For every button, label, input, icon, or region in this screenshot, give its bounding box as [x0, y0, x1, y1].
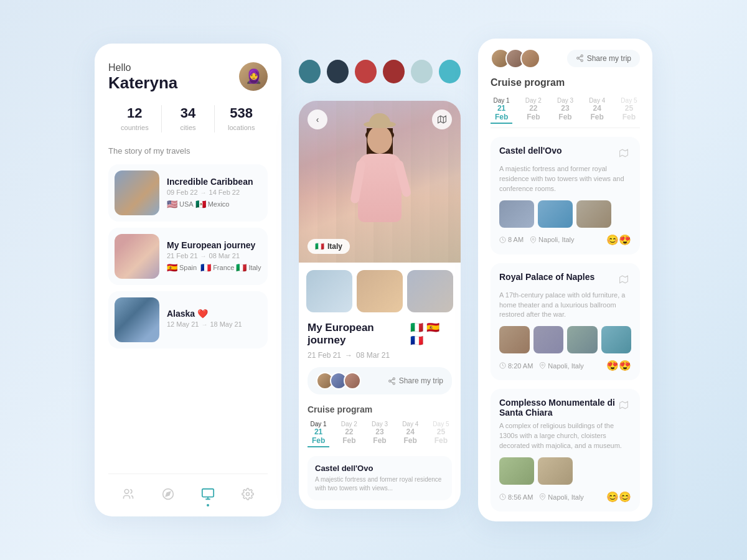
- avatars-stack-mid: [316, 372, 361, 390]
- share-button-mid[interactable]: Share my trip: [388, 376, 443, 385]
- share-button-right[interactable]: Share my trip: [567, 50, 640, 67]
- place-thumb-royal-3: [567, 326, 598, 353]
- greeting-name: Kateryna: [108, 73, 177, 93]
- trip-info-alaska: Alaska ❤️ 12 May 21 → 18 May 21: [167, 309, 261, 331]
- swatch-red-brick[interactable]: [355, 60, 377, 83]
- avatar[interactable]: 🧕: [239, 62, 268, 91]
- day-tab-right-1[interactable]: Day 1 21 Feb: [491, 97, 512, 124]
- svg-point-8: [393, 378, 395, 380]
- cruise-section-mid: Cruise program Day 1 21 Feb Day 2 22 Feb…: [299, 404, 461, 509]
- place-card-castel[interactable]: Castel dell'Ovo A majestic fortress and …: [491, 137, 640, 254]
- svg-point-15: [581, 60, 583, 62]
- trip-flags-european: 🇪🇸 Spain 🇫🇷 France 🇮🇹 Italy: [167, 263, 261, 273]
- nav-people[interactable]: [118, 484, 138, 504]
- location-complesso: Napoli, Italy: [539, 493, 583, 501]
- place-meta-complesso: 8:56 AM Napoli, Italy: [499, 493, 584, 501]
- trip-name-european: My European journey: [167, 240, 261, 250]
- trip-info-caribbean: Incredible Caribbean 09 Feb 22 → 14 Feb …: [167, 177, 261, 209]
- mini-thumb-2[interactable]: [357, 270, 403, 312]
- svg-point-4: [247, 493, 250, 496]
- place-card-footer-castel: 8 AM Napoli, Italy 😊😍: [499, 234, 631, 246]
- svg-point-9: [388, 380, 390, 381]
- mid-trip-card: ‹ 🇮🇹 Italy My European journey 🇮🇹 🇪🇸 🇫🇷 …: [299, 101, 461, 509]
- swatch-cyan[interactable]: [439, 60, 461, 83]
- nav-compass[interactable]: [158, 484, 178, 504]
- day-tab-right-5[interactable]: Day 5 25 Feb: [618, 97, 640, 124]
- swatch-light-teal[interactable]: [411, 60, 433, 83]
- day-tab-5-mid[interactable]: Day 5 25 Feb: [430, 421, 452, 447]
- stat-countries: 12 countries: [108, 105, 162, 133]
- svg-point-26: [542, 495, 543, 497]
- trip-dates-caribbean: 09 Feb 22 → 14 Feb 22: [167, 189, 261, 196]
- svg-marker-21: [620, 276, 628, 283]
- place-thumbs-royal: [499, 326, 631, 353]
- color-swatches: [299, 51, 461, 92]
- time-castel: 8 AM: [499, 236, 524, 243]
- trip-card-european[interactable]: My European journey 21 Feb 21 → 08 Mar 2…: [108, 228, 268, 285]
- svg-point-23: [542, 365, 543, 366]
- cruise-title-mid: Cruise program: [308, 404, 452, 414]
- place-card-header-royal: Royal Palace of Naples: [499, 272, 631, 287]
- hero-back-button[interactable]: ‹: [308, 110, 327, 129]
- day-tab-1-mid[interactable]: Day 1 21 Feb: [308, 421, 329, 447]
- nav-settings[interactable]: [238, 484, 258, 504]
- stats-row: 12 countries 34 cities 538 locations: [108, 105, 268, 133]
- place-meta-castel: 8 AM Napoli, Italy: [499, 236, 575, 243]
- svg-rect-3: [202, 489, 214, 497]
- swatch-teal-dark[interactable]: [299, 60, 321, 83]
- place-thumb-royal-1: [499, 326, 530, 353]
- hero-location-flag: 🇮🇹: [315, 242, 324, 251]
- place-thumb-royal-2: [533, 326, 564, 353]
- place-thumb-castel-1: [499, 200, 534, 228]
- place-thumb-complesso-1: [499, 457, 534, 485]
- day-tab-right-2[interactable]: Day 2 22 Feb: [522, 97, 544, 124]
- mini-thumb-3[interactable]: [407, 270, 453, 312]
- avatars-stack-right: [491, 49, 540, 68]
- place-meta-royal: 8:20 AM Napoli, Italy: [499, 362, 584, 370]
- cruise-title-right: Cruise program: [491, 77, 640, 88]
- day-tab-2-mid[interactable]: Day 2 22 Feb: [338, 421, 360, 447]
- bottom-nav: [108, 474, 268, 516]
- mid-trip-dates: 21 Feb 21 → 08 Mar 21: [308, 351, 452, 360]
- svg-marker-2: [166, 492, 170, 496]
- reactions-royal: 😍😍: [606, 360, 631, 371]
- first-place-name-mid: Castel dell'Ovo: [315, 464, 444, 473]
- trips-section-title: The story of my travels: [108, 146, 268, 156]
- day-tab-4-mid[interactable]: Day 4 24 Feb: [400, 421, 421, 447]
- place-card-footer-complesso: 8:56 AM Napoli, Italy 😊😊: [499, 491, 631, 503]
- swatch-dark-red[interactable]: [383, 60, 405, 83]
- place-card-footer-royal: 8:20 AM Napoli, Italy 😍😍: [499, 360, 631, 371]
- place-card-complesso[interactable]: Complesso Monumentale di Santa Chiara A …: [491, 389, 640, 511]
- trip-card-caribbean[interactable]: Incredible Caribbean 09 Feb 22 → 14 Feb …: [108, 164, 268, 222]
- first-place-card-mid[interactable]: Castel dell'Ovo A majestic fortress and …: [308, 456, 452, 500]
- day-tab-3-mid[interactable]: Day 3 23 Feb: [369, 421, 390, 447]
- nav-trips[interactable]: [198, 484, 218, 504]
- trip-name-caribbean: Incredible Caribbean: [167, 177, 261, 187]
- svg-point-20: [532, 238, 534, 240]
- svg-line-11: [390, 381, 393, 383]
- trip-info-european: My European journey 21 Feb 21 → 08 Mar 2…: [167, 240, 261, 273]
- trip-thumb-alaska: [115, 297, 159, 342]
- hero-map-button[interactable]: [432, 110, 452, 129]
- mini-thumb-1[interactable]: [306, 270, 352, 312]
- place-thumb-complesso-2: [538, 457, 573, 485]
- place-card-royal[interactable]: Royal Palace of Naples A 17th-century pa…: [491, 263, 640, 381]
- svg-marker-24: [620, 402, 628, 409]
- map-icon-complesso: [616, 398, 631, 413]
- swatch-navy[interactable]: [327, 60, 349, 83]
- place-thumb-castel-3: [576, 200, 611, 228]
- map-icon-royal: [616, 272, 631, 287]
- stat-cities: 34 cities: [162, 105, 215, 133]
- svg-point-0: [125, 490, 129, 494]
- svg-point-10: [393, 382, 395, 384]
- day-tab-right-3[interactable]: Day 3 23 Feb: [554, 97, 576, 124]
- place-thumbs-complesso: [499, 457, 631, 485]
- place-thumb-royal-4: [601, 326, 632, 353]
- greeting-hello: Hello: [108, 62, 177, 73]
- place-cards-list: Castel dell'Ovo A majestic fortress and …: [491, 137, 640, 511]
- place-thumb-castel-2: [538, 200, 573, 228]
- trip-card-alaska[interactable]: Alaska ❤️ 12 May 21 → 18 May 21: [108, 291, 268, 348]
- trip-thumb-caribbean: [115, 170, 159, 215]
- day-tab-right-4[interactable]: Day 4 24 Feb: [586, 97, 608, 124]
- mid-panel: ‹ 🇮🇹 Italy My European journey 🇮🇹 🇪🇸 🇫🇷 …: [299, 51, 461, 509]
